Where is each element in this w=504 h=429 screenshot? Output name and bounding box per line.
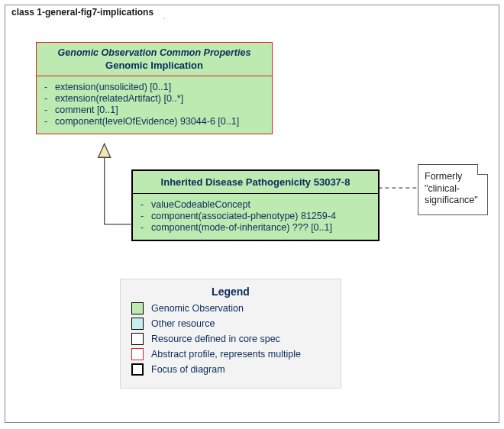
attr: valueCodeableConcept (151, 199, 250, 210)
legend-item: Resource defined in core spec (131, 333, 330, 345)
class-attributes: -valueCodeableConcept -component(associa… (133, 194, 378, 240)
class-title-area: Genomic Observation Common Properties Ge… (37, 43, 272, 76)
attr: component(levelOfEvidence) 93044-6 [0..1… (55, 116, 239, 127)
class-title: Genomic Implication (41, 60, 267, 71)
legend-item: Genomic Observation (131, 302, 330, 314)
attr: extension(unsolicited) [0..1] (55, 82, 171, 92)
attr: extension(relatedArtifact) [0..*] (55, 93, 183, 104)
swatch-other-resource (131, 318, 144, 330)
class-title: Inherited Disease Pathogenicity 53037-8 (133, 171, 378, 194)
svg-marker-2 (99, 144, 111, 157)
class-genomic-implication: Genomic Observation Common Properties Ge… (36, 42, 273, 134)
frame-title: class 1-general-fig7-implications (5, 5, 165, 19)
legend-label: Genomic Observation (151, 303, 244, 314)
legend-label: Focus of diagram (151, 364, 225, 375)
note-formerly-clinical-significance: Formerly "clinical- significance" (418, 164, 488, 215)
class-supertitle: Genomic Observation Common Properties (41, 47, 267, 58)
class-attributes: -extension(unsolicited) [0..1] -extensio… (37, 76, 272, 134)
legend-title: Legend (131, 285, 330, 298)
class-inherited-disease-pathogenicity: Inherited Disease Pathogenicity 53037-8 … (131, 169, 380, 241)
swatch-genomic-observation (131, 302, 144, 314)
swatch-core-spec (131, 333, 144, 345)
note-line: "clinical- (425, 183, 481, 195)
legend-item: Focus of diagram (131, 363, 330, 376)
diagram-frame: class 1-general-fig7-implications Genomi… (5, 5, 499, 423)
legend-label: Resource defined in core spec (151, 334, 280, 344)
legend-label: Other resource (151, 318, 215, 329)
attr: comment [0..1] (55, 105, 118, 115)
swatch-abstract-profile (131, 348, 144, 360)
attr: component(associated-phenotype) 81259-4 (151, 211, 336, 221)
legend-box: Legend Genomic Observation Other resourc… (120, 279, 341, 389)
attr: component(mode-of-inheritance) ??? [0..1… (151, 222, 332, 233)
note-line: significance" (425, 195, 481, 207)
legend-item: Abstract profile, represents multiple (131, 348, 330, 360)
note-line: Formerly (425, 171, 481, 183)
diagram-canvas: class 1-general-fig7-implications Genomi… (0, 0, 504, 429)
legend-item: Other resource (131, 318, 330, 330)
swatch-focus (131, 363, 144, 376)
legend-label: Abstract profile, represents multiple (151, 349, 301, 360)
